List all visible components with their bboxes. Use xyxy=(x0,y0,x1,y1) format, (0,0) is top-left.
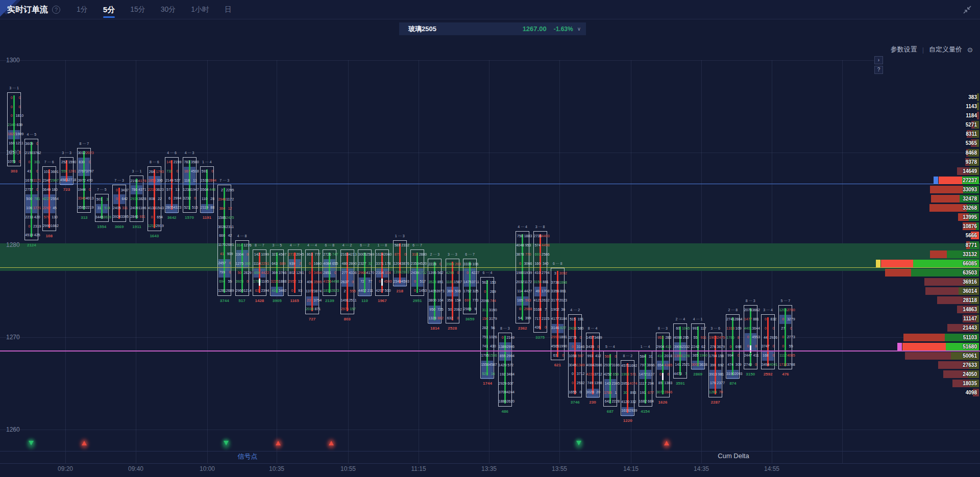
footprint-candle[interactable]: 2229529461172384121585242530262311660421… xyxy=(217,185,231,295)
footprint-candle[interactable]: 3609021503762030141016781171275705007811… xyxy=(24,139,38,240)
footer-divider-1 xyxy=(0,463,980,464)
candle-header-marker: 1 ⋯ 8 xyxy=(378,243,387,247)
footprint-candle[interactable]: 08320044292637470168034944001 xyxy=(761,314,775,370)
footprint-candle[interactable]: 99111755911224262365196030073638 xyxy=(691,323,705,370)
footprint-candle[interactable]: 1206278003279270027730551112408517183708 xyxy=(778,305,792,370)
footprint-candle[interactable]: 591015332804356444811028211988 xyxy=(200,166,214,213)
volume-profile-value: 18035 xyxy=(963,380,977,387)
footprint-candle[interactable]: 1457348934350993412408426864226371274913… xyxy=(586,333,600,397)
volume-profile-row: 51103 xyxy=(903,334,979,341)
candle-header-marker: 4 ⋯ 2 xyxy=(342,243,352,247)
footprint-candle[interactable]: 3309237361868335686131772023190236417731… xyxy=(551,268,565,360)
signal-buy-triangle-icon[interactable] xyxy=(664,441,669,445)
signal-buy-triangle-icon[interactable] xyxy=(329,441,334,445)
bid-ask-cells: 1457348934350993412408426864226371274913… xyxy=(586,333,599,397)
bid-ask-cells: 0000018102340639182219091601211815010760 xyxy=(8,93,20,166)
signal-buy-triangle-icon[interactable] xyxy=(276,441,281,445)
bid-ask-cells: 3309237361868335686131772023190236417731… xyxy=(551,268,564,360)
footprint-candle[interactable]: 31412763304012753835028293928029601214 xyxy=(235,240,249,296)
collapse-icon[interactable] xyxy=(963,5,972,14)
footprint-candle[interactable]: 3989203429801181158736950635615450206263… xyxy=(446,259,459,323)
candle-delta-label: 2592 xyxy=(764,372,773,376)
candle-header-marker: 6 ⋯ 8 xyxy=(325,243,334,247)
bid-ask-cells: 1624206033711782314104045934207500 xyxy=(376,250,388,295)
footprint-candle[interactable]: 2521590555120145832718 xyxy=(60,157,74,185)
footprint-candle[interactable]: 5621530269209674431331901503179282567511… xyxy=(480,277,494,379)
tab-1小时[interactable]: 1小时 xyxy=(190,1,210,19)
footprint-candle[interactable]: 2641793185939622193623808224133154306541… xyxy=(148,166,161,231)
volume-profile-value: 11147 xyxy=(963,315,977,322)
chevron-down-icon[interactable]: ∨ xyxy=(577,26,581,32)
tab-30分[interactable]: 30分 xyxy=(160,1,177,19)
bid-ask-cells: 2741286413131091786806989940474309319020… xyxy=(726,315,739,379)
footprint-candle[interactable]: 32145076436893693766322518884163402 xyxy=(270,249,284,296)
cum-delta-label: Cum Delta xyxy=(718,452,749,460)
footprint-candle[interactable]: 5843179738661472113711172941916771682684 xyxy=(639,351,652,407)
footprint-candle[interactable]: 0214913892995855290414205721923484292960… xyxy=(498,333,512,407)
candle-header-marker: 6 ⋯ 7 xyxy=(465,253,475,257)
footprint-candle[interactable]: 27267474084655285104156445818192823 xyxy=(323,249,336,296)
panel-help-button[interactable]: ? xyxy=(874,66,883,74)
footprint-candle[interactable]: 21904178786437129343828240911062846911 xyxy=(130,175,143,222)
signal-sell-triangle-icon[interactable] xyxy=(29,441,34,445)
signal-buy-triangle-icon[interactable] xyxy=(82,441,87,445)
footprint-candle[interactable]: 4575169219935713951407430893412033216192… xyxy=(621,360,634,416)
order-flow-chart[interactable]: 1300129012801270126009:2009:4010:0010:35… xyxy=(0,0,980,477)
footprint-candle[interactable]: 2741286413131091786806989940474309319020… xyxy=(726,314,740,379)
footprint-candle[interactable]: 58923328750120438761399280323494593 xyxy=(393,240,407,287)
tab-15分[interactable]: 15分 xyxy=(129,1,146,19)
footprint-candle[interactable]: 2738440357444986932586160340410279431548… xyxy=(533,231,547,333)
footprint-candle[interactable]: 145215973202149527577136299428054323 xyxy=(165,157,179,213)
candle-delta-label: 2951 xyxy=(413,298,422,303)
bid-ask-cells: 591015332804356444811028211988 xyxy=(201,167,213,212)
footprint-candle[interactable]: 3012202383002767379739724701944033454013… xyxy=(77,148,91,213)
bid-ask-cells: 50133151434453639 xyxy=(95,194,108,221)
bid-ask-cells: 2718204593928021261295213093 xyxy=(288,250,301,295)
footprint-candle[interactable]: 1013601234729073649180422725542262455781… xyxy=(42,166,56,231)
footprint-candle[interactable]: 2718204593928021261295213093 xyxy=(288,249,302,296)
bid-ask-cells: 300525692327322966417072774402211 xyxy=(358,250,371,295)
footprint-candle[interactable]: 8637770166003454406359513723874237375420… xyxy=(305,249,319,314)
footprint-candle[interactable]: 5151912428580377500314610585973045134903… xyxy=(568,314,582,397)
candle-delta-label: 1626 xyxy=(658,400,668,405)
footprint-candle[interactable]: 31828802353452024391732051701453 xyxy=(410,249,424,296)
footprint-candle[interactable]: 2078366214778814401364404553002447411274… xyxy=(744,305,757,370)
tab-日[interactable]: 日 xyxy=(224,1,233,19)
volume-profile-value: 33268 xyxy=(963,204,977,212)
gear-icon[interactable]: ⊙ xyxy=(967,46,973,54)
candle-delta-label: 108 xyxy=(46,234,53,238)
footprint-candle[interactable]: 78335801674518118131238194732320521516 xyxy=(183,157,197,213)
footprint-candle[interactable]: 1903247527636791794158390692391398117623… xyxy=(708,333,722,397)
footprint-candle[interactable]: 56902937310642526591432395178516422228 xyxy=(603,351,617,407)
volume-profile-row: 33093 xyxy=(930,186,979,193)
footprint-candle[interactable]: 1624206033711782314104045934207500 xyxy=(375,249,389,296)
bid-ask-cells: 8637770166003454406359513723874237375420… xyxy=(306,250,318,314)
footprint-candle[interactable]: 300525692327322966417072774402211 xyxy=(358,249,372,296)
candle-delta-label: 218 xyxy=(397,289,403,293)
volume-profile-value: 14649 xyxy=(963,167,977,175)
footprint-candle[interactable]: 142109911142251659442217831105632394 xyxy=(253,249,266,296)
footprint-candle[interactable]: 0000018102340639182219091601211815010760 xyxy=(7,92,21,166)
tab-5分[interactable]: 5分 xyxy=(102,1,116,19)
footprint-candle[interactable]: 034370642240531139243305 xyxy=(112,185,126,221)
panel-expand-button[interactable]: › xyxy=(874,56,883,64)
help-icon[interactable]: ? xyxy=(52,6,60,14)
candle-delta-label: 3744 xyxy=(220,298,229,303)
candle-delta-label: 2287 xyxy=(711,400,720,405)
signal-sell-triangle-icon[interactable] xyxy=(576,441,581,445)
candle-header-marker: 8 ⋯ 3 xyxy=(500,327,510,331)
footprint-candle[interactable]: 50133151434453639 xyxy=(95,194,109,221)
tab-1分[interactable]: 1分 xyxy=(76,1,89,19)
price-axis-label: 1300 xyxy=(6,57,20,64)
param-settings-button[interactable]: 参数设置 xyxy=(891,45,917,54)
custom-volume-price-button[interactable]: 自定义量价 xyxy=(929,45,962,54)
footprint-candle[interactable]: 7501883404895338787700306619801939203211… xyxy=(516,231,529,323)
volume-profile-row: 10876 xyxy=(963,222,979,230)
footprint-candle[interactable]: 9532832904413416201865443850085130330722… xyxy=(656,333,670,397)
signal-sell-triangle-icon[interactable] xyxy=(224,441,229,445)
footprint-candle[interactable]: 2163421348028002774336263702555149125112… xyxy=(340,249,354,314)
bid-ask-cells: 2163421348028002774336263702555149125112… xyxy=(341,250,354,314)
instrument-bar[interactable]: 玻璃2505 1267.00 -1.63% ∨ xyxy=(399,22,586,35)
footprint-candle[interactable]: 2228013955623528851140539733800104950725… xyxy=(428,259,442,323)
volume-profile-value: 21443 xyxy=(963,324,977,332)
